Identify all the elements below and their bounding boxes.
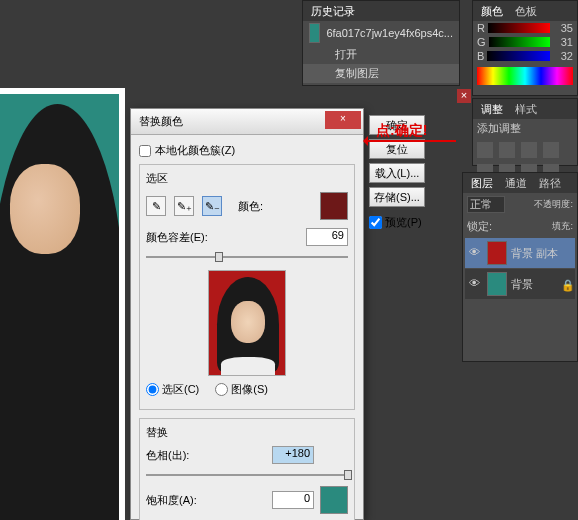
- load-button[interactable]: 载入(L)...: [369, 163, 425, 183]
- color-tab[interactable]: 颜色: [481, 4, 503, 19]
- layer-thumb: [487, 272, 507, 296]
- history-dup-label: 复制图层: [335, 66, 379, 81]
- history-tab[interactable]: 历史记录: [311, 4, 355, 19]
- replace-group: 替换 色相(出): +180 饱和度(A): 0 明度(G): 0 结果: [139, 418, 355, 520]
- hue-input[interactable]: +180: [272, 446, 314, 464]
- layers-tab[interactable]: 图层: [471, 176, 493, 191]
- history-open-label: 打开: [335, 47, 357, 62]
- hue-slider[interactable]: [146, 468, 348, 482]
- localize-label: 本地化颜色簇(Z): [155, 143, 235, 158]
- g-value[interactable]: 31: [553, 36, 573, 48]
- eyedropper-plus-icon[interactable]: ✎₊: [174, 196, 194, 216]
- localize-checkbox[interactable]: [139, 145, 151, 157]
- layer-name: 背景 副本: [511, 246, 558, 261]
- adjustments-tab[interactable]: 调整: [481, 102, 503, 117]
- paths-tab[interactable]: 路径: [539, 176, 561, 191]
- history-item-duplicate[interactable]: 复制图层: [303, 64, 459, 83]
- history-snapshot[interactable]: 6fa017c7jw1ey4fx6ps4c...: [303, 21, 459, 45]
- g-label: G: [477, 36, 486, 48]
- tolerance-input[interactable]: 69: [306, 228, 348, 246]
- b-value[interactable]: 32: [553, 50, 573, 62]
- history-filename: 6fa017c7jw1ey4fx6ps4c...: [326, 27, 453, 39]
- brightness-icon[interactable]: [477, 142, 493, 158]
- eyedropper-icon[interactable]: ✎: [146, 196, 166, 216]
- layers-panel: 图层通道路径 正常 不透明度: 锁定: 填充: 👁 背景 副本 👁 背景 🔒: [462, 172, 578, 362]
- preview-checkbox[interactable]: [369, 216, 382, 229]
- dialog-titlebar[interactable]: 替换颜色 ×: [131, 109, 363, 135]
- selection-group-title: 选区: [146, 171, 348, 186]
- tolerance-label: 颜色容差(E):: [146, 230, 208, 245]
- photo-teal-bg: [0, 94, 119, 520]
- panel-close-icon[interactable]: ×: [457, 89, 471, 103]
- saturation-input[interactable]: 0: [272, 491, 314, 509]
- styles-tab[interactable]: 样式: [515, 102, 537, 117]
- b-label: B: [477, 50, 484, 62]
- layer-thumb: [487, 241, 507, 265]
- save-button[interactable]: 存储(S)...: [369, 187, 425, 207]
- document-canvas[interactable]: [0, 88, 125, 520]
- color-panel: 颜色色板 R35 G31 B32 ×: [472, 0, 578, 96]
- b-slider[interactable]: [487, 51, 550, 61]
- preview-label: 预览(P): [385, 215, 422, 230]
- photo-face: [10, 164, 80, 254]
- lock-icon: 🔒: [561, 279, 571, 289]
- eyedropper-minus-icon[interactable]: ✎₋: [202, 196, 222, 216]
- tolerance-slider[interactable]: [146, 250, 348, 264]
- result-color-swatch[interactable]: [320, 486, 348, 514]
- saturation-label: 饱和度(A):: [146, 493, 206, 508]
- layer-name: 背景: [511, 277, 533, 292]
- replace-group-title: 替换: [146, 425, 348, 440]
- exposure-icon[interactable]: [543, 142, 559, 158]
- selection-group: 选区 ✎ ✎₊ ✎₋ 颜色: 颜色容差(E): 69 选区(C) 图像(S): [139, 164, 355, 410]
- visibility-icon[interactable]: 👁: [469, 246, 483, 260]
- hue-strip[interactable]: [477, 67, 573, 85]
- radio-selection[interactable]: [146, 383, 159, 396]
- reset-button[interactable]: 复位: [369, 139, 425, 159]
- replace-color-dialog: 替换颜色 × 本地化颜色簇(Z) 选区 ✎ ✎₊ ✎₋ 颜色: 颜色容差(E):…: [130, 108, 364, 520]
- blend-mode-select[interactable]: 正常: [467, 196, 505, 213]
- annotation-arrow: [366, 140, 456, 142]
- channels-tab[interactable]: 通道: [505, 176, 527, 191]
- color-label: 颜色:: [238, 199, 263, 214]
- dialog-title: 替换颜色: [139, 114, 183, 129]
- add-adjustment-label: 添加调整: [473, 119, 577, 138]
- annotation-text: 点:确定!: [376, 122, 427, 140]
- radio-image-label: 图像(S): [231, 382, 268, 397]
- levels-icon[interactable]: [499, 142, 515, 158]
- adjustments-panel: 调整样式 添加调整: [472, 98, 578, 166]
- r-label: R: [477, 22, 485, 34]
- opacity-label: 不透明度:: [534, 198, 573, 211]
- lock-label: 锁定:: [467, 219, 492, 234]
- visibility-icon[interactable]: 👁: [469, 277, 483, 291]
- history-item-open[interactable]: 打开: [303, 45, 459, 64]
- layer-row-bg[interactable]: 👁 背景 🔒: [465, 269, 575, 299]
- swatches-tab[interactable]: 色板: [515, 4, 537, 19]
- fill-label: 填充:: [552, 220, 573, 233]
- radio-selection-label: 选区(C): [162, 382, 199, 397]
- r-value[interactable]: 35: [553, 22, 573, 34]
- history-thumb: [309, 23, 320, 43]
- g-slider[interactable]: [489, 37, 550, 47]
- close-icon[interactable]: ×: [325, 111, 361, 129]
- hue-label: 色相(出):: [146, 448, 206, 463]
- source-color-swatch[interactable]: [320, 192, 348, 220]
- curves-icon[interactable]: [521, 142, 537, 158]
- radio-image[interactable]: [215, 383, 228, 396]
- r-slider[interactable]: [488, 23, 550, 33]
- selection-preview: [208, 270, 286, 376]
- history-panel: 历史记录 6fa017c7jw1ey4fx6ps4c... 打开 复制图层: [302, 0, 460, 86]
- layer-row-copy[interactable]: 👁 背景 副本: [465, 238, 575, 268]
